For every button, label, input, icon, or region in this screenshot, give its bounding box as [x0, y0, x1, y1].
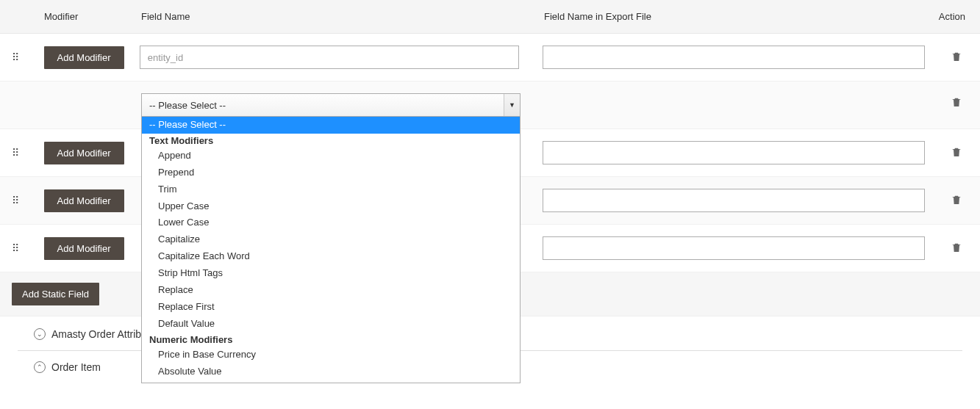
add-modifier-button[interactable]: Add Modifier	[44, 189, 124, 212]
dropdown-option[interactable]: Absolute Value	[142, 363, 520, 380]
select-value: -- Please Select --	[149, 100, 226, 111]
trash-icon	[951, 146, 962, 158]
dropdown-option[interactable]: Upper Case	[142, 198, 520, 215]
add-modifier-button[interactable]: Add Modifier	[44, 142, 124, 164]
chevron-down-icon: ⌄	[34, 328, 46, 340]
trash-icon	[951, 242, 962, 253]
dropdown-option[interactable]: Replace First	[142, 299, 520, 316]
dropdown-option[interactable]: Prepend	[142, 164, 520, 181]
drag-handle-icon[interactable]: ⠿	[12, 147, 18, 159]
trash-icon	[951, 96, 962, 108]
export-name-input[interactable]	[543, 236, 925, 260]
delete-row-button[interactable]	[948, 239, 965, 258]
dropdown-option[interactable]: Capitalize	[142, 231, 520, 248]
field-name-input[interactable]	[140, 46, 519, 69]
dropdown-option[interactable]: Default Value	[142, 316, 520, 333]
dropdown-group-text: Text Modifiers	[142, 134, 520, 148]
accordion-title: Order Item	[51, 361, 101, 373]
chevron-up-icon: ⌃	[34, 361, 46, 373]
export-name-input[interactable]	[543, 189, 925, 212]
drag-handle-icon[interactable]: ⠿	[12, 242, 18, 254]
add-static-field-button[interactable]: Add Static Field	[12, 283, 99, 305]
header-modifier: Modifier	[35, 11, 141, 22]
export-name-input[interactable]	[543, 141, 925, 164]
chevron-down-icon: ▼	[504, 94, 520, 116]
dropdown-option-placeholder[interactable]: -- Please Select --	[142, 117, 520, 134]
trash-icon	[951, 194, 962, 206]
export-name-input[interactable]	[543, 46, 925, 69]
modifier-select[interactable]: -- Please Select -- ▼	[141, 93, 521, 117]
table-header: Modifier Field Name Field Name in Export…	[0, 0, 980, 34]
field-row: ⠿ Add Modifier	[0, 34, 980, 82]
delete-row-button[interactable]	[948, 191, 965, 211]
add-modifier-button[interactable]: Add Modifier	[44, 237, 124, 260]
dropdown-option[interactable]: Trim	[142, 181, 520, 198]
dropdown-group-numeric: Numeric Modifiers	[142, 333, 520, 347]
delete-row-button[interactable]	[948, 93, 965, 113]
dropdown-option[interactable]: Capitalize Each Word	[142, 248, 520, 265]
delete-row-button[interactable]	[948, 48, 965, 68]
header-fieldname: Field Name	[141, 11, 521, 22]
dropdown-option[interactable]: Append	[142, 148, 520, 164]
dropdown-option[interactable]: Round To	[142, 380, 520, 383]
header-exportname: Field Name in Export File	[521, 11, 924, 22]
dropdown-option[interactable]: Strip Html Tags	[142, 265, 520, 282]
trash-icon	[951, 51, 962, 62]
add-modifier-button[interactable]: Add Modifier	[44, 46, 124, 69]
delete-row-button[interactable]	[948, 143, 965, 163]
drag-handle-icon[interactable]: ⠿	[12, 195, 18, 206]
dropdown-option[interactable]: Price in Base Currency	[142, 347, 520, 363]
drag-handle-icon[interactable]: ⠿	[12, 51, 18, 63]
dropdown-option[interactable]: Replace	[142, 282, 520, 299]
modifier-dropdown-panel[interactable]: -- Please Select -- Text Modifiers Appen…	[141, 116, 521, 383]
modifier-select-row: -- Please Select -- ▼ -- Please Select -…	[0, 82, 980, 129]
header-action: Action	[924, 11, 968, 22]
dropdown-option[interactable]: Lower Case	[142, 214, 520, 231]
